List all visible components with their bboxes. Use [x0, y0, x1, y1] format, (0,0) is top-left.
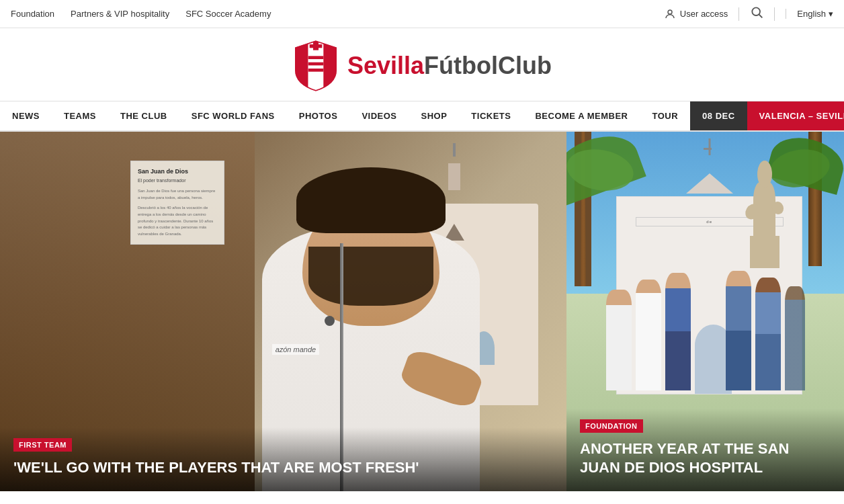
academy-link[interactable]: SFC Soccer Academy — [185, 9, 271, 19]
sign-text: azón mande — [272, 344, 320, 355]
divider-2 — [774, 7, 775, 21]
nav-tour[interactable]: TOUR — [640, 101, 690, 130]
logo-club: Club — [498, 52, 552, 79]
svg-rect-8 — [308, 62, 324, 66]
divider — [738, 7, 739, 21]
nav-tickets[interactable]: TICKETS — [459, 101, 523, 130]
logo-sevilla: Sevilla — [347, 52, 424, 79]
top-bar: Foundation Partners & VIP hospitality SF… — [0, 0, 844, 28]
nav-news[interactable]: NEWS — [0, 101, 52, 130]
site-header: SevillaFútbolClub — [0, 28, 844, 101]
side-article[interactable]: de — [566, 132, 844, 491]
match-name: VALENCIA – SEVILLA FC ▾ — [747, 101, 844, 130]
chevron-down-icon: ▾ — [829, 9, 833, 19]
svg-rect-9 — [308, 69, 324, 72]
svg-rect-11 — [310, 44, 323, 48]
logo-text: SevillaFútbolClub — [347, 52, 552, 80]
main-article-category: FIRST TEAM — [13, 438, 72, 452]
svg-rect-4 — [296, 41, 308, 93]
match-box[interactable]: 08 DEC VALENCIA – SEVILLA FC ▾ — [690, 101, 844, 130]
shield-logo — [292, 39, 339, 93]
user-access-button[interactable]: User access — [664, 8, 728, 20]
search-icon — [750, 5, 763, 19]
svg-point-0 — [668, 10, 672, 14]
side-article-category: FOUNDATION — [580, 419, 643, 433]
svg-rect-6 — [323, 41, 336, 93]
nav-items: NEWS TEAMS THE CLUB SFC WORLD FANS PHOTO… — [0, 101, 690, 130]
nav-photos[interactable]: PHOTOS — [287, 101, 350, 130]
logo-futbol: Fútbol — [424, 52, 498, 79]
top-bar-right: User access English ▾ — [664, 5, 833, 22]
nav-teams[interactable]: TEAMS — [52, 101, 108, 130]
svg-rect-7 — [308, 56, 324, 59]
nav-bar: NEWS TEAMS THE CLUB SFC WORLD FANS PHOTO… — [0, 101, 844, 132]
main-article-caption: FIRST TEAM 'WE'LL GO WITH THE PLAYERS TH… — [0, 427, 566, 491]
main-article-title: 'WE'LL GO WITH THE PLAYERS THAT ARE MOST… — [13, 458, 553, 478]
top-bar-links: Foundation Partners & VIP hospitality SF… — [11, 9, 271, 19]
user-access-label: User access — [680, 9, 728, 19]
search-button[interactable] — [750, 5, 763, 22]
match-date: 08 DEC — [690, 101, 747, 130]
nav-sfc-world-fans[interactable]: SFC WORLD FANS — [179, 101, 287, 130]
nav-videos[interactable]: VIDEOS — [349, 101, 409, 130]
poster-board: San Juan de Dios El poder transformador … — [130, 161, 224, 245]
language-selector[interactable]: English ▾ — [786, 9, 833, 19]
partners-link[interactable]: Partners & VIP hospitality — [71, 9, 169, 19]
side-article-caption: FOUNDATION ANOTHER YEAR AT THE SAN JUAN … — [566, 409, 844, 491]
svg-line-2 — [759, 15, 763, 18]
svg-point-1 — [753, 7, 761, 15]
main-content: San Juan de Dios El poder transformador … — [0, 132, 844, 491]
nav-shop[interactable]: SHOP — [409, 101, 460, 130]
language-label: English — [797, 9, 826, 19]
user-icon — [664, 8, 676, 20]
people-group — [566, 243, 844, 390]
side-article-title: ANOTHER YEAR AT THE SAN JUAN DE DIOS HOS… — [580, 439, 831, 478]
nav-become-member[interactable]: BECOME A MEMBER — [523, 101, 640, 130]
foundation-link[interactable]: Foundation — [11, 9, 54, 19]
logo[interactable]: SevillaFútbolClub — [292, 39, 552, 93]
nav-the-club[interactable]: THE CLUB — [108, 101, 179, 130]
main-article[interactable]: San Juan de Dios El poder transformador … — [0, 132, 566, 491]
